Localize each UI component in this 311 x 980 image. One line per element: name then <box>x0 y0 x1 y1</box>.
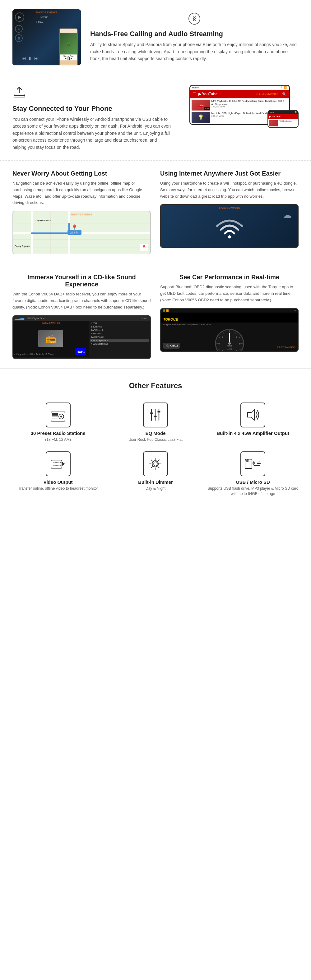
svg-line-63 <box>151 460 152 461</box>
easy-savings-watermark-yt: EASY-SAVINGS <box>256 92 279 96</box>
map-background: 22 min 📍 EASY-SAVINGS City Hall Park Fol… <box>13 212 150 254</box>
video-desc: Transfer online, offline video to headre… <box>18 486 98 491</box>
svg-point-42 <box>60 415 62 417</box>
upload-icon <box>13 85 171 102</box>
obd-label: OBD2 <box>170 344 178 347</box>
dimmer-title: Built-in Dimmer <box>138 479 173 485</box>
amp-title: Built-in 4 x 45W Amplifier Output <box>217 431 290 436</box>
radio-icon-box <box>46 402 71 428</box>
torque-content: 0 1 2 3 4 5 6 7 Revs x100/2 <box>161 326 298 352</box>
svg-text:5: 5 <box>222 350 223 352</box>
torque-header: 🔋 📶 10:44 <box>161 309 298 311</box>
connected-title: Stay Connected to Your Phone <box>13 105 171 113</box>
youtube-header-bar: ☰ ▶ YouTube EASY-SAVINGS 🔍 <box>190 90 289 99</box>
speaker-svg-icon <box>244 406 262 423</box>
dab-channel-1: 1 2GB <box>90 322 149 325</box>
svg-point-13 <box>228 235 231 239</box>
performance-desc: Support Bluetooth OBD2 diagnostic scanni… <box>160 284 298 303</box>
dab-header-label: SBS Digital One <box>27 317 45 320</box>
handsfree-desc: Ability to stream Spotify and Pandora fr… <box>90 41 298 62</box>
tablet-phone-combo: Home 🔋 📶 ☰ ▶ YouTube EASY-SAVINGS 🔍 <box>180 85 298 125</box>
internet-title: Using Internet Anywhere Just Got Easier <box>160 170 298 177</box>
eq-title: EQ Mode <box>145 431 165 436</box>
svg-line-66 <box>151 467 152 468</box>
section-other-features: Other Features 30 Preset Radio Stations … <box>0 369 311 509</box>
svg-rect-50 <box>150 412 153 414</box>
wifi-screen: EASY-SAVINGS ☁ <box>160 204 298 248</box>
svg-rect-51 <box>154 415 157 417</box>
svg-point-0 <box>189 13 200 24</box>
performance-title: See Car Performance in Real-time <box>160 274 298 281</box>
yt-thumb-1: 🚗 1:52 <box>192 100 210 110</box>
dab-channel-6: 6 SBS Digital One <box>90 339 149 342</box>
map-screen: 22 min 📍 EASY-SAVINGS City Hall Park Fol… <box>13 211 151 255</box>
dab-left-panel: EASY-SAVINGS 📻 DAB+ « Many Voices of One… <box>13 321 89 357</box>
gauge-svg: 0 1 2 3 4 5 6 7 Revs x100/2 <box>214 328 245 352</box>
eq-desc: User Rock Pop Classic Jazz Flat <box>129 437 182 442</box>
wifi-watermark: EASY-SAVINGS <box>219 207 240 210</box>
sound-desc: With the Eonon V0054 DAB+ radio receiver… <box>13 291 151 310</box>
signal-bars: ▁▂▃▄▅ <box>15 317 24 320</box>
svg-text:3: 3 <box>236 350 237 352</box>
radio-svg-icon <box>49 406 67 423</box>
svg-point-36 <box>228 342 231 345</box>
torque-status-left: 🔋 📶 <box>163 309 169 312</box>
connected-desc: You can connect your iPhone wirelessly o… <box>13 116 171 151</box>
map-pin: 📍 <box>71 224 78 232</box>
map-watermark: EASY-SAVINGS <box>71 213 92 216</box>
other-features-title: Other Features <box>13 381 298 390</box>
connected-content: Stay Connected to Your Phone You can con… <box>13 85 171 151</box>
torque-status-right: 10:44 <box>290 309 296 312</box>
feature-eq: EQ Mode User Rock Pop Classic Jazz Flat <box>110 402 201 442</box>
navigation-desc: Navigation can be achieved easily by usi… <box>13 180 151 206</box>
dab-content: EASY-SAVINGS 📻 DAB+ « Many Voices of One… <box>13 321 150 357</box>
obd-icon: 🔌 <box>165 344 170 348</box>
svg-marker-57 <box>62 462 65 466</box>
yt-thumb-2: 💡 <box>192 112 210 123</box>
torque-logo: TORQUE <box>163 318 178 321</box>
status-bar-left: Home <box>192 86 199 89</box>
dab-channel-2: 2 2GB Plus <box>90 325 149 328</box>
dab-subtitle: « Many Voices of One Australia - 5:31am <box>14 353 54 355</box>
svg-text:2: 2 <box>239 343 240 345</box>
usb-desc: Supports USB flash drive, MP3 player & M… <box>208 486 298 496</box>
eq-icon-box <box>143 402 168 428</box>
svg-text:Revs: Revs <box>227 345 232 347</box>
search-icon: 🔍 <box>282 92 286 96</box>
feature-usb: USB / Micro SD Supports USB flash drive,… <box>208 452 298 496</box>
video-title: Video Output <box>44 479 73 485</box>
dab-channel-4: 4 ABC Plus 1 <box>90 332 149 335</box>
svg-text:x100/2: x100/2 <box>227 348 232 350</box>
cloud-icon: ☁ <box>282 210 292 220</box>
usb-sd-svg-icon <box>243 455 262 473</box>
section-sound-perf: Immerse Yourself in a CD-like Sound Expe… <box>0 264 311 368</box>
hamburger-icon: ☰ <box>193 92 196 96</box>
dab-screen: ▁▂▃▄▅ SBS Digital One Varied EASY-SAVING… <box>13 315 151 359</box>
map-label-1: City Hall Park <box>35 219 51 222</box>
bluetooth-icon <box>90 13 298 27</box>
video-icon-box: Video A Video A <box>46 452 71 476</box>
radio-icon: 📻 <box>45 333 56 344</box>
dimmer-svg-icon <box>147 455 164 473</box>
radio-image: 📻 <box>38 330 63 347</box>
yt-time-1: 1:52 <box>204 107 209 110</box>
feature-video: Video A Video A Video Output Transfer on… <box>13 452 103 496</box>
feature-dimmer: Built-in Dimmer Day & Night <box>110 452 201 496</box>
dimmer-desc: Day & Night <box>146 486 165 491</box>
svg-text:6: 6 <box>219 343 220 345</box>
wifi-svg-icon <box>214 215 245 240</box>
svg-rect-74 <box>257 463 260 464</box>
map-label-2: Foley Square <box>14 245 30 248</box>
features-grid: 30 Preset Radio Stations (18 FM, 12 AM) … <box>13 402 298 496</box>
dab-header: ▁▂▃▄▅ SBS Digital One Varied <box>13 316 150 321</box>
status-bar-right: 🔋 📶 <box>280 86 287 89</box>
svg-rect-52 <box>157 411 160 412</box>
dab-channels: 1 2GB 2 2GB Plus 3 ABC Local 4 ABC Plus … <box>89 321 150 357</box>
torque-title-bar: TORQUE <box>161 311 298 323</box>
usb-icon-box <box>240 452 265 476</box>
dab-channel-5: 5 ABC Plus 2 <box>90 336 149 338</box>
svg-text:1: 1 <box>236 336 237 338</box>
dimmer-icon-box <box>143 452 168 476</box>
torque-subtitle: Engine Management Diagnostics and Tools <box>161 323 298 326</box>
dab-watermark: EASY-SAVINGS <box>42 321 60 325</box>
